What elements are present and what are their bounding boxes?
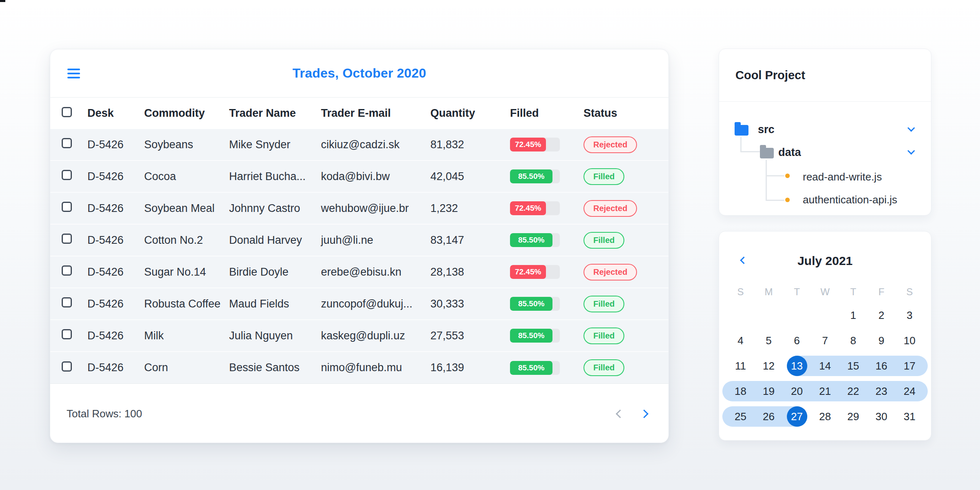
calendar-day-27[interactable]: 27 xyxy=(783,404,811,429)
column-header-trader-e-mail: Trader E-mail xyxy=(321,107,430,120)
chevron-down-icon[interactable] xyxy=(907,147,915,154)
calendar-day-22[interactable]: 22 xyxy=(839,379,867,404)
trader-email-cell: nimo@funeb.mu xyxy=(321,361,430,374)
calendar-day-1[interactable]: 1 xyxy=(839,303,867,328)
calendar-day-25[interactable]: 25 xyxy=(726,404,755,429)
table-row: D-5426Cotton No.2Donald Harveyjuuh@li.ne… xyxy=(50,225,668,256)
desk-cell: D-5426 xyxy=(87,202,144,215)
calendar-day-28[interactable]: 28 xyxy=(811,404,839,429)
row-checkbox[interactable] xyxy=(62,361,72,372)
calendar-day-29[interactable]: 29 xyxy=(839,404,867,429)
calendar-day-10[interactable]: 10 xyxy=(895,328,924,353)
row-checkbox[interactable] xyxy=(62,170,72,180)
tree-connector xyxy=(740,137,742,152)
calendar-day-20[interactable]: 20 xyxy=(783,379,811,404)
row-checkbox[interactable] xyxy=(62,138,72,148)
prev-page-icon[interactable] xyxy=(616,409,624,418)
tree-file-authentication-api[interactable]: authentication-api.js xyxy=(803,194,897,206)
column-header-status: Status xyxy=(584,107,657,120)
row-checkbox[interactable] xyxy=(62,234,72,244)
calendar-day-21[interactable]: 21 xyxy=(811,379,839,404)
table-row: D-5426Soybean MealJohnny Castrowehubow@i… xyxy=(50,193,668,225)
calendar-day-6[interactable]: 6 xyxy=(783,328,811,353)
row-checkbox[interactable] xyxy=(62,265,72,276)
calendar-day-empty xyxy=(783,303,811,328)
quantity-cell: 83,147 xyxy=(430,234,510,247)
filled-progress-bar: 72.45% xyxy=(510,265,560,279)
calendar-day-19[interactable]: 19 xyxy=(755,379,783,404)
trades-title: Trades, October 2020 xyxy=(292,66,426,81)
calendar-day-5[interactable]: 5 xyxy=(755,328,783,353)
commodity-cell: Sugar No.14 xyxy=(144,266,229,278)
table-row: D-5426SoybeansMike Snydercikiuz@cadzi.sk… xyxy=(50,129,668,161)
calendar-day-4[interactable]: 4 xyxy=(726,328,755,353)
calendar-day-30[interactable]: 30 xyxy=(867,404,895,429)
calendar-day-13[interactable]: 13 xyxy=(783,353,811,379)
trader-name-cell: Mike Snyder xyxy=(229,138,321,151)
trader-email-cell: cikiuz@cadzi.sk xyxy=(321,138,430,151)
filled-progress-value: 85.50% xyxy=(510,233,552,247)
trades-card-header: Trades, October 2020 xyxy=(50,49,668,98)
menu-icon[interactable] xyxy=(67,66,80,81)
calendar-day-empty xyxy=(811,303,839,328)
column-header-commodity: Commodity xyxy=(144,107,229,120)
calendar-day-empty xyxy=(726,303,755,328)
tree-connector xyxy=(740,151,760,152)
trader-name-cell: Julia Nguyen xyxy=(229,330,321,342)
calendar-week-row: 123 xyxy=(726,303,924,328)
calendar-day-9[interactable]: 9 xyxy=(867,328,895,353)
file-bullet-icon xyxy=(785,174,790,178)
row-checkbox[interactable] xyxy=(62,297,72,307)
calendar-prev-month-button[interactable] xyxy=(741,257,746,265)
trader-name-cell: Maud Fields xyxy=(229,298,321,310)
tree-file-read-and-write[interactable]: read-and-write.js xyxy=(803,171,882,183)
calendar-day-18[interactable]: 18 xyxy=(726,379,755,404)
calendar-week-row: 18192021222324 xyxy=(726,379,924,404)
commodity-cell: Milk xyxy=(144,330,229,342)
trader-email-cell: wehubow@ijue.br xyxy=(321,202,430,215)
calendar-card: July 2021 SMTWTFS 1234567891011121314151… xyxy=(719,231,931,441)
filled-progress-bar: 85.50% xyxy=(510,169,560,183)
tree-node-src[interactable]: src xyxy=(758,123,775,136)
total-rows-label: Total Rows: 100 xyxy=(67,408,142,420)
select-all-checkbox[interactable] xyxy=(62,107,72,117)
filled-progress-value: 72.45% xyxy=(510,138,546,151)
calendar-day-7[interactable]: 7 xyxy=(811,328,839,353)
pagination xyxy=(617,411,647,417)
calendar-day-3[interactable]: 3 xyxy=(895,303,924,328)
quantity-cell: 28,138 xyxy=(430,266,510,278)
desk-cell: D-5426 xyxy=(87,330,144,342)
status-badge: Filled xyxy=(584,232,624,249)
calendar-day-12[interactable]: 12 xyxy=(755,353,783,379)
calendar-header: July 2021 xyxy=(719,249,931,272)
calendar-day-14[interactable]: 14 xyxy=(811,353,839,379)
row-checkbox[interactable] xyxy=(62,329,72,339)
desk-cell: D-5426 xyxy=(87,266,144,278)
next-page-icon[interactable] xyxy=(640,409,648,418)
calendar-day-17[interactable]: 17 xyxy=(895,353,924,379)
folder-icon-data[interactable] xyxy=(760,148,774,158)
calendar-day-24[interactable]: 24 xyxy=(895,379,924,404)
file-bullet-icon xyxy=(785,198,790,202)
calendar-day-15[interactable]: 15 xyxy=(839,353,867,379)
row-checkbox[interactable] xyxy=(62,202,72,212)
calendar-day-23[interactable]: 23 xyxy=(867,379,895,404)
folder-icon-src[interactable] xyxy=(735,125,748,136)
tree-node-data[interactable]: data xyxy=(778,146,801,159)
table-row: D-5426CocoaHarriet Bucha...koda@bivi.bw4… xyxy=(50,161,668,193)
status-badge: Rejected xyxy=(584,136,637,153)
screen-corner-artifact xyxy=(0,0,5,2)
trader-email-cell: zuncopof@dukuj... xyxy=(321,298,430,310)
calendar-day-26[interactable]: 26 xyxy=(755,404,783,429)
calendar-day-2[interactable]: 2 xyxy=(867,303,895,328)
chevron-down-icon[interactable] xyxy=(907,124,915,131)
calendar-day-11[interactable]: 11 xyxy=(726,353,755,379)
status-badge: Rejected xyxy=(584,200,637,217)
calendar-day-8[interactable]: 8 xyxy=(839,328,867,353)
calendar-day-empty xyxy=(755,303,783,328)
calendar-day-31[interactable]: 31 xyxy=(895,404,924,429)
calendar-day-16[interactable]: 16 xyxy=(867,353,895,379)
commodity-cell: Corn xyxy=(144,361,229,374)
project-title: Cool Project xyxy=(719,49,931,102)
status-badge: Filled xyxy=(584,327,624,344)
